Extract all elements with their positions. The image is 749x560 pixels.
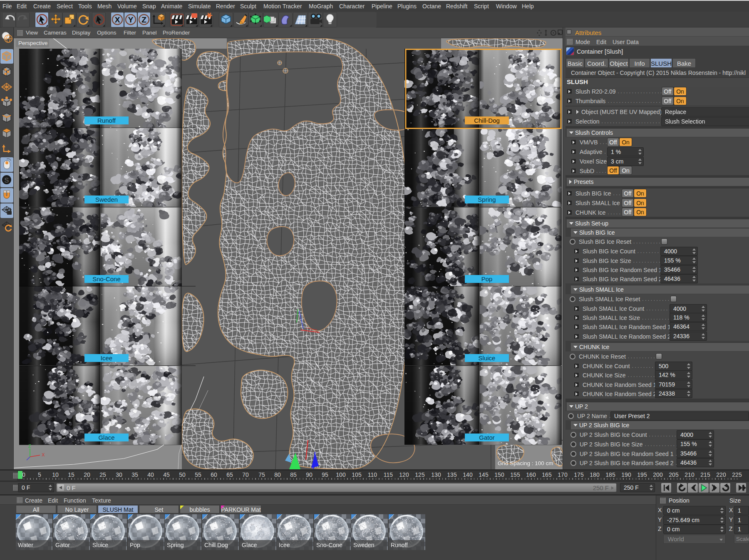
svg-text:S: S [4,176,9,184]
svg-text:Z: Z [141,15,146,24]
svg-text:Y: Y [128,15,134,24]
svg-text:X: X [115,15,120,24]
